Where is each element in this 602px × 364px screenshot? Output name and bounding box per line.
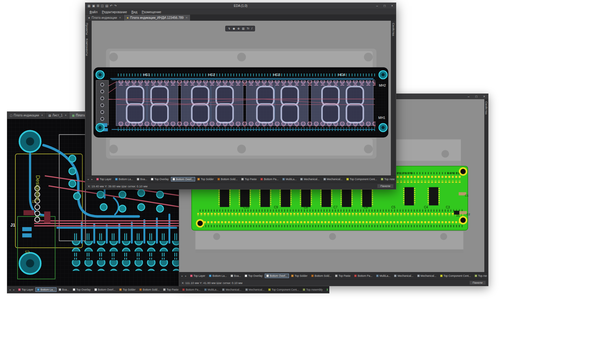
pcb-main-drawing[interactable]: HG1 HG2 HG3 HG4 MH2 MH1: [92, 21, 391, 175]
layer-chip[interactable]: Top Component Cent...: [345, 177, 379, 181]
layer-chip[interactable]: Top Component Cent...: [267, 287, 301, 292]
left-dock-tab[interactable]: Проекты: [85, 22, 89, 36]
app-logo-icon[interactable]: ▦: [88, 3, 90, 9]
pcb-canvas-main[interactable]: HG1 HG2 HG3 HG4 MH2 MH1 ↯◉⊕▥Tr/: [92, 21, 391, 175]
properties-panel-tab[interactable]: Свойства: [392, 22, 395, 37]
layer-chip[interactable]: Bottom Pa...: [259, 177, 280, 181]
menu-item[interactable]: Редактирование: [100, 10, 129, 14]
via-tool-icon[interactable]: ◉: [233, 27, 235, 30]
undo-icon[interactable]: ↶: [110, 3, 112, 9]
layers-scroll-left-icon[interactable]: ◄: [8, 289, 11, 291]
bottom-paste-pad: [24, 210, 34, 215]
layer-chip[interactable]: Top Solder: [118, 287, 137, 292]
titlebar-toolbar: ▦▣⊞◫▤↶↷: [85, 3, 119, 9]
layer-chip[interactable]: Bottom Overl...: [171, 177, 195, 181]
layer-chip[interactable]: Top Paste: [162, 287, 180, 292]
titlebar[interactable]: ▦▣⊞◫▤↶↷ EDA (1.0) –□×: [85, 3, 396, 9]
layer-chip[interactable]: Top Solder: [196, 177, 215, 181]
minimize-button[interactable]: –: [465, 94, 472, 99]
layer-chip[interactable]: Mechanical...: [392, 274, 415, 278]
layer-chip[interactable]: Top Solder: [290, 274, 309, 278]
layers-scroll-left-icon[interactable]: ◄: [87, 178, 89, 180]
document-tab[interactable]: ▤ Лист_1 ×: [46, 112, 69, 119]
layer-chip[interactable]: Mechanical...: [299, 177, 321, 181]
close-button[interactable]: ×: [388, 3, 396, 9]
layer-chip[interactable]: Boa...: [57, 287, 71, 292]
layer-chip[interactable]: Bottom La...: [35, 287, 56, 292]
document-tab[interactable]: ★ Плата индикации ×: [85, 15, 124, 21]
layer-chip[interactable]: Top Layer: [95, 177, 113, 181]
maximize-button[interactable]: □: [472, 94, 480, 99]
layer-chip[interactable]: Top Courtyard: [325, 287, 328, 292]
svg-text:R4 R2 R1: R4 R2 R1: [447, 172, 459, 175]
layer-color-swatch: [417, 275, 420, 277]
layer-chip[interactable]: Top Overlay: [243, 274, 264, 278]
layer-chip[interactable]: Bottom La...: [114, 177, 135, 181]
layer-chip[interactable]: Mechanical...: [322, 177, 344, 181]
layer-chip[interactable]: Bottom La...: [207, 274, 228, 278]
layer-chip[interactable]: Mechanical...: [244, 287, 266, 292]
layer-bar: ◄ ► Top Layer Bottom La... Boa... Top Ov…: [85, 175, 396, 183]
close-tab-icon[interactable]: ×: [41, 114, 43, 117]
layer-chip[interactable]: Top Assembly: [473, 274, 487, 278]
layer-chip[interactable]: Top Assembly: [301, 287, 324, 292]
layer-chip[interactable]: Bottom Overl...: [265, 274, 289, 278]
properties-panel-tab[interactable]: Свойства: [485, 100, 488, 116]
layer-chip[interactable]: Bottom Overl...: [93, 287, 117, 292]
close-tab-icon[interactable]: ×: [119, 16, 121, 19]
layer-chip[interactable]: Mechanical...: [416, 274, 438, 278]
layer-label: Top Overlay: [154, 178, 168, 181]
menu-item[interactable]: Размещение: [140, 10, 163, 14]
layer-chip[interactable]: Top Assembly: [379, 177, 395, 181]
panels-button[interactable]: Панели: [470, 281, 486, 285]
layer-chip[interactable]: MultiLa...: [281, 177, 298, 181]
layer-chip[interactable]: Top Layer: [17, 287, 35, 292]
redo-icon[interactable]: ↷: [114, 3, 117, 9]
layer-chip[interactable]: MultiLa...: [203, 287, 220, 292]
layers-scroll-right-icon[interactable]: ►: [91, 178, 93, 180]
layer-label: Top Solder: [201, 178, 214, 181]
close-tab-icon[interactable]: ×: [186, 16, 188, 19]
origin-tool-icon[interactable]: ⊕: [237, 27, 240, 30]
layer-chip[interactable]: Top Overlay: [149, 177, 170, 181]
floating-toolbar: ↯◉⊕▥Tr/: [225, 26, 255, 31]
layer-color-swatch: [354, 275, 357, 277]
new-document-icon[interactable]: ▣: [92, 3, 95, 9]
layer-chip[interactable]: Bottom Sold...: [216, 177, 239, 181]
minimize-button[interactable]: –: [373, 3, 381, 9]
layer-chip[interactable]: Boa...: [229, 274, 242, 278]
layers-scroll-right-icon[interactable]: ►: [184, 275, 187, 277]
layers-scroll-right-icon[interactable]: ►: [13, 289, 15, 291]
wire-tool-icon[interactable]: ↯: [228, 27, 231, 30]
copper-zone-icon[interactable]: ▥: [242, 27, 245, 30]
layer-chip[interactable]: Top Component Cent...: [439, 274, 472, 278]
save-icon[interactable]: ◫: [101, 3, 104, 9]
layer-chip[interactable]: Top Layer: [189, 274, 207, 278]
layer-chip[interactable]: Top Paste: [240, 177, 258, 181]
layer-chip[interactable]: Bottom Pa...: [353, 274, 374, 278]
menu-item[interactable]: Вид: [129, 10, 140, 14]
measure-tool-icon[interactable]: /: [252, 27, 253, 30]
document-tab[interactable]: ★ Плата индикации_ИНДИ.123456.789 ×: [124, 15, 190, 21]
layer-chip[interactable]: Boa...: [135, 177, 149, 181]
close-button[interactable]: ×: [480, 94, 488, 99]
close-tab-icon[interactable]: ×: [65, 114, 67, 117]
layer-chip[interactable]: Bottom Sold...: [310, 274, 333, 278]
left-dock-tab[interactable]: Компоненты: [85, 37, 89, 57]
menu-item[interactable]: Файл: [87, 10, 100, 14]
tab-label: Плата индикации: [14, 114, 39, 117]
layers-scroll-left-icon[interactable]: ◄: [180, 275, 183, 277]
maximize-button[interactable]: □: [381, 3, 388, 9]
layer-chip[interactable]: Top Overlay: [71, 287, 92, 292]
open-project-icon[interactable]: ⊞: [97, 3, 99, 9]
layer-chip[interactable]: Mechanical...: [221, 287, 243, 292]
document-tab[interactable]: ▢ Плата индикации ×: [7, 112, 46, 119]
panels-button[interactable]: Панели: [377, 184, 393, 188]
layer-chip[interactable]: Bottom Pa...: [181, 287, 202, 292]
library-icon[interactable]: ▤: [105, 3, 108, 9]
text-tool-icon[interactable]: Tr: [247, 27, 249, 30]
layer-chip[interactable]: MultiLa...: [375, 274, 392, 278]
layer-color-swatch: [335, 275, 338, 277]
layer-chip[interactable]: Bottom Sold...: [138, 287, 161, 292]
layer-chip[interactable]: Top Paste: [333, 274, 352, 278]
